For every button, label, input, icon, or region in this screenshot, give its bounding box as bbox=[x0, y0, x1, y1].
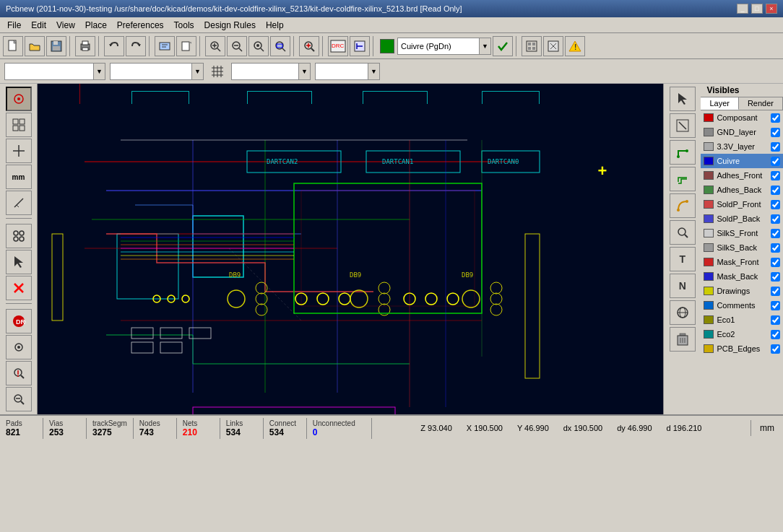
layer-dropdown-arrow[interactable]: ▼ bbox=[479, 38, 490, 54]
layer-visibility-checkbox[interactable] bbox=[771, 128, 780, 137]
layer-item[interactable]: Mask_Back bbox=[701, 269, 783, 284]
layer-item[interactable]: SoldP_Back bbox=[701, 212, 783, 226]
ruler-tool[interactable] bbox=[6, 191, 32, 215]
drc-button[interactable]: DRC bbox=[328, 36, 348, 56]
via-tool[interactable] bbox=[6, 335, 32, 359]
route-diff-pair-tool[interactable] bbox=[670, 167, 696, 191]
close-button[interactable]: × bbox=[766, 4, 777, 14]
track-input[interactable]: Track 0.198 mm * bbox=[5, 66, 93, 77]
warning-button[interactable]: ! bbox=[565, 36, 585, 56]
layer-visibility-checkbox[interactable] bbox=[771, 229, 780, 238]
tab-layer[interactable]: Layer bbox=[701, 97, 739, 110]
layer-visibility-checkbox[interactable] bbox=[771, 272, 780, 282]
grid-input[interactable]: Grid 1.270 bbox=[232, 66, 298, 77]
via-dropdown-arrow[interactable]: ▼ bbox=[191, 64, 203, 79]
layer-visibility-checkbox[interactable] bbox=[771, 186, 780, 195]
menu-tools[interactable]: Tools bbox=[170, 19, 199, 32]
menu-design-rules[interactable]: Design Rules bbox=[200, 19, 260, 32]
layer-visibility-checkbox[interactable] bbox=[771, 243, 780, 253]
zoom-dropdown-arrow[interactable]: ▼ bbox=[368, 64, 379, 79]
layer-check-button[interactable] bbox=[493, 36, 513, 56]
grid-dropdown-arrow[interactable]: ▼ bbox=[298, 64, 310, 79]
track-dropdown[interactable]: Track 0.198 mm * ▼ bbox=[4, 63, 105, 80]
layer-item[interactable]: GND_layer bbox=[701, 125, 783, 139]
pad-properties-button[interactable] bbox=[543, 36, 563, 56]
layer-item[interactable]: SilkS_Front bbox=[701, 226, 783, 240]
new-button[interactable] bbox=[3, 36, 23, 56]
via-input[interactable]: Via 0.635 mm * bbox=[111, 66, 191, 77]
save-button[interactable] bbox=[46, 36, 66, 56]
layer-item[interactable]: PCB_Edges bbox=[701, 341, 783, 356]
layer-item[interactable]: Composant bbox=[701, 110, 783, 125]
tab-render[interactable]: Render bbox=[739, 97, 783, 110]
menu-view[interactable]: View bbox=[52, 19, 79, 32]
layer-visibility-checkbox[interactable] bbox=[771, 258, 780, 267]
find-button[interactable] bbox=[299, 36, 319, 56]
pcb-canvas[interactable]: + bbox=[38, 84, 663, 414]
layer-visibility-checkbox[interactable] bbox=[771, 287, 780, 296]
inspect-tool[interactable] bbox=[6, 361, 32, 385]
print-button[interactable] bbox=[75, 36, 95, 56]
route-single-tool[interactable] bbox=[670, 140, 696, 165]
open-button[interactable] bbox=[25, 36, 45, 56]
menu-place[interactable]: Place bbox=[81, 19, 111, 32]
select-tool[interactable] bbox=[6, 250, 32, 274]
minimize-button[interactable]: _ bbox=[737, 4, 748, 14]
menu-help[interactable]: Help bbox=[261, 19, 288, 32]
pad-tool[interactable] bbox=[6, 224, 32, 248]
dimension-tool[interactable]: N bbox=[670, 274, 696, 298]
layer-item[interactable]: Adhes_Back bbox=[701, 183, 783, 197]
track-dropdown-arrow[interactable]: ▼ bbox=[93, 64, 105, 79]
drc-inspect-tool[interactable] bbox=[670, 220, 696, 245]
layer-item[interactable]: Drawings bbox=[701, 284, 783, 298]
3d-view-tool[interactable] bbox=[670, 300, 696, 325]
text-tool[interactable]: T bbox=[670, 247, 696, 271]
layer-item[interactable]: Cuivre bbox=[701, 154, 783, 168]
zoom-area-button[interactable] bbox=[270, 36, 290, 56]
layer-item[interactable]: Comments bbox=[701, 298, 783, 313]
zoom-fit-button[interactable] bbox=[248, 36, 269, 56]
menu-preferences[interactable]: Preferences bbox=[113, 19, 168, 32]
layer-visibility-checkbox[interactable] bbox=[771, 157, 780, 166]
layer-visibility-checkbox[interactable] bbox=[771, 142, 780, 152]
delete-tool[interactable] bbox=[6, 276, 32, 300]
layer-select-input[interactable] bbox=[398, 41, 479, 51]
cursor-tool[interactable] bbox=[6, 87, 32, 111]
crosshair-tool[interactable] bbox=[6, 139, 32, 163]
layer-visibility-checkbox[interactable] bbox=[771, 171, 780, 180]
cursor-right-tool[interactable] bbox=[670, 87, 696, 111]
grid-dropdown[interactable]: Grid 1.270 ▼ bbox=[231, 63, 311, 80]
layer-visibility-checkbox[interactable] bbox=[771, 315, 780, 325]
layer-item[interactable]: 3.3V_layer bbox=[701, 139, 783, 154]
zoom-input[interactable]: Auto bbox=[316, 66, 368, 77]
net-inspector-button[interactable] bbox=[350, 36, 370, 56]
unit-selector[interactable]: mm bbox=[750, 420, 783, 436]
menu-file[interactable]: File bbox=[3, 19, 25, 32]
layer-item[interactable]: Eco1 bbox=[701, 313, 783, 327]
layer-visibility-checkbox[interactable] bbox=[771, 330, 780, 339]
layer-visibility-checkbox[interactable] bbox=[771, 200, 780, 209]
layer-visibility-checkbox[interactable] bbox=[771, 344, 780, 354]
zoom-dropdown[interactable]: Auto ▼ bbox=[315, 63, 380, 80]
layer-dropdown[interactable]: ▼ bbox=[397, 38, 491, 55]
layer-visibility-checkbox[interactable] bbox=[771, 113, 780, 123]
print2-button[interactable] bbox=[155, 36, 175, 56]
via-dropdown[interactable]: Via 0.635 mm * ▼ bbox=[110, 63, 204, 80]
layer-visibility-checkbox[interactable] bbox=[771, 214, 780, 224]
arc-tool[interactable] bbox=[670, 193, 696, 218]
delete-right-tool[interactable] bbox=[670, 327, 696, 352]
layer-item[interactable]: SilkS_Back bbox=[701, 240, 783, 255]
redo-button[interactable] bbox=[126, 36, 146, 56]
zoom-out-button[interactable] bbox=[227, 36, 247, 56]
layer-item[interactable]: SoldP_Front bbox=[701, 197, 783, 212]
layer-item[interactable]: Eco2 bbox=[701, 327, 783, 341]
grid-tool[interactable] bbox=[6, 113, 32, 137]
undo-button[interactable] bbox=[104, 36, 124, 56]
maximize-button[interactable]: □ bbox=[751, 4, 763, 14]
route-track-tool[interactable] bbox=[670, 113, 696, 138]
mm-tool[interactable]: mm bbox=[6, 165, 32, 189]
export-button[interactable] bbox=[176, 36, 196, 56]
menu-edit[interactable]: Edit bbox=[27, 19, 51, 32]
layer-item[interactable]: Adhes_Front bbox=[701, 168, 783, 183]
zoom-in-button[interactable] bbox=[205, 36, 225, 56]
